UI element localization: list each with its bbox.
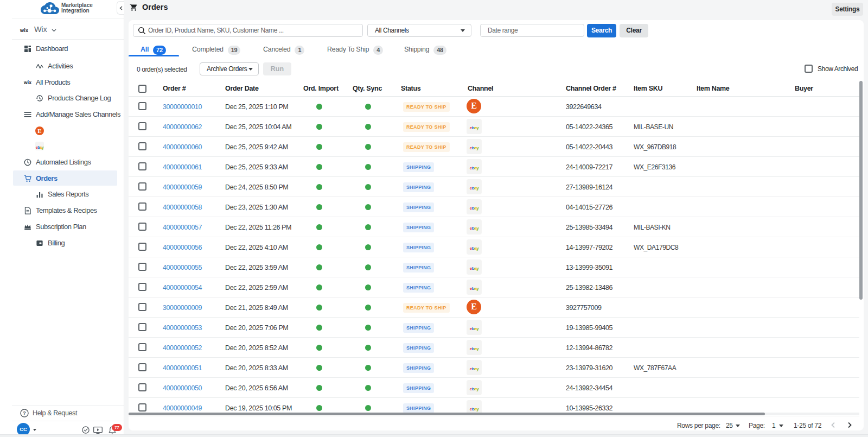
svg-text:?: ? — [23, 410, 26, 416]
